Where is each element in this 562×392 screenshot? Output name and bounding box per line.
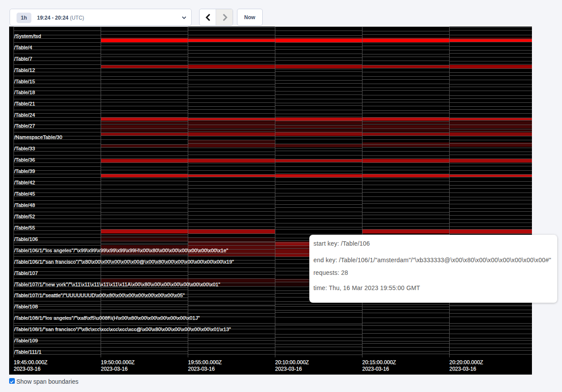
svg-text:/Table/45: /Table/45 [14,191,35,196]
svg-text:/Table/108/1/"los angeles"/"\x: /Table/108/1/"los angeles"/"\xa8\xf5\u00… [14,315,200,321]
svg-text:2023-03-16: 2023-03-16 [275,366,302,372]
svg-text:20:15:00.000Z: 20:15:00.000Z [362,359,396,365]
svg-text:19:55:00.000Z: 19:55:00.000Z [188,359,222,365]
svg-text:2023-03-16: 2023-03-16 [188,366,215,372]
svg-text:19:45:00.000Z: 19:45:00.000Z [14,359,47,365]
svg-text:/Table/106: /Table/106 [14,237,38,242]
svg-text:/Table/106/1/"san francisco"/": /Table/106/1/"san francisco"/"\x80\x00\x… [14,259,234,264]
svg-text:/Table/15: /Table/15 [14,79,35,84]
svg-text:/Table/18: /Table/18 [14,90,35,95]
svg-text:/Table/109: /Table/109 [14,338,38,343]
svg-text:/Table/111/1: /Table/111/1 [14,349,42,355]
svg-text:/System/tsd: /System/tsd [14,34,41,39]
svg-text:/Table/36: /Table/36 [14,157,35,162]
svg-text:/Table/108/1/"san francisco"/": /Table/108/1/"san francisco"/"\x8c\xcc\x… [14,327,231,332]
svg-text:/Table/55: /Table/55 [14,225,35,230]
svg-text:/Table/107/1/"seattle"/"UUUUUU: /Table/107/1/"seattle"/"UUUUUUUD\x00\x80… [14,293,185,298]
svg-text:/Table/107: /Table/107 [14,270,38,276]
svg-text:/NamespaceTable/30: /NamespaceTable/30 [14,135,63,140]
svg-text:/Table/12: /Table/12 [14,68,35,73]
svg-text:/Table/4: /Table/4 [14,45,33,50]
svg-text:20:10:00.000Z: 20:10:00.000Z [275,359,309,365]
svg-text:/Table/52: /Table/52 [14,214,35,219]
svg-text:/Table/39: /Table/39 [14,169,35,174]
svg-text:/Table/107/1/"new york"/"\x11\: /Table/107/1/"new york"/"\x11\x11\x11\x1… [14,282,220,287]
svg-text:/Table/33: /Table/33 [14,146,35,151]
svg-text:/Table/27: /Table/27 [14,123,35,128]
svg-text:/Table/108: /Table/108 [14,304,38,309]
svg-text:/Table/42: /Table/42 [14,180,35,185]
svg-text:/Table/7: /Table/7 [14,56,33,61]
svg-text:19:50:00.000Z: 19:50:00.000Z [101,359,135,365]
svg-text:/Table/106/1/"los angeles"/"\x: /Table/106/1/"los angeles"/"\x99\x99\x99… [14,248,228,253]
svg-text:/Table/48: /Table/48 [14,203,35,208]
svg-text:/Table/24: /Table/24 [14,112,35,118]
svg-text:2023-03-16: 2023-03-16 [14,366,41,372]
svg-text:20:20:00.000Z: 20:20:00.000Z [450,359,483,365]
svg-text:2023-03-16: 2023-03-16 [450,366,477,372]
svg-text:/Table/21: /Table/21 [14,101,35,106]
svg-text:2023-03-16: 2023-03-16 [362,366,389,372]
svg-text:2023-03-16: 2023-03-16 [101,366,128,372]
